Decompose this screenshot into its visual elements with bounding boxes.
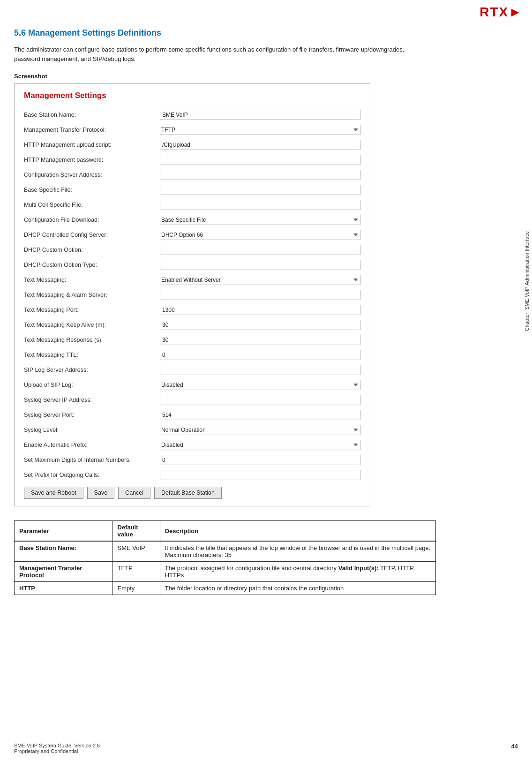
form-row-15: Text Messaging Response (s): xyxy=(24,334,360,346)
form-row-1: Management Transfer Protocol:TFTPHTTPHTT… xyxy=(24,124,360,136)
field-input-19[interactable] xyxy=(160,395,360,405)
form-row-21: Syslog Level:Normal OperationDebugVerbos… xyxy=(24,424,360,436)
field-select-8[interactable]: DHCP Option 66Disabled xyxy=(160,230,360,240)
form-row-2: HTTP Management upload script: xyxy=(24,139,360,151)
cell-desc-2: The folder location or directory path th… xyxy=(160,582,435,595)
save-button[interactable]: Save xyxy=(87,487,115,499)
field-input-5[interactable] xyxy=(160,185,360,195)
main-content: 5.6 Management Settings Definitions The … xyxy=(0,0,445,604)
field-label-19: Syslog Server IP Address: xyxy=(24,397,160,403)
form-row-9: DHCP Custom Option: xyxy=(24,244,360,256)
logo-area: RTX► xyxy=(480,5,523,20)
intro-text: The administrator can configure base sta… xyxy=(14,45,431,63)
cell-default-2: Empty xyxy=(112,582,160,595)
table-body: Base Station Name:SME VoIPIt indicates t… xyxy=(15,541,436,595)
parameter-table-section: Parameter Default value Description Base… xyxy=(14,520,436,595)
field-label-0: Base Station Name: xyxy=(24,112,160,118)
field-input-6[interactable] xyxy=(160,200,360,210)
field-input-24[interactable] xyxy=(160,470,360,480)
footer-left: SME VoIP System Guide, Version 2.6 Propr… xyxy=(14,743,100,754)
field-label-18: Upload of SIP Log: xyxy=(24,382,160,388)
cell-desc-1: The protocol assigned for configuration … xyxy=(160,562,435,582)
field-input-10[interactable] xyxy=(160,260,360,270)
table-row-1: Management Transfer ProtocolTFTPThe prot… xyxy=(15,562,436,582)
form-row-6: Multi Cell Specific File: xyxy=(24,199,360,211)
field-label-8: DHCP Controlled Config Server: xyxy=(24,232,160,238)
field-select-7[interactable]: Base Specific FileMulti Cell Specific Fi… xyxy=(160,215,360,225)
form-row-13: Text Messaging Port: xyxy=(24,304,360,316)
default-base-station-button[interactable]: Default Base Station xyxy=(154,487,222,499)
form-row-20: Syslog Server Port: xyxy=(24,409,360,421)
field-select-22[interactable]: DisabledEnabled xyxy=(160,440,360,450)
field-input-3[interactable] xyxy=(160,155,360,165)
footer-line2: Proprietary and Confidential xyxy=(14,748,100,754)
form-rows: Base Station Name:Management Transfer Pr… xyxy=(24,109,360,481)
field-label-15: Text Messaging Response (s): xyxy=(24,337,160,343)
cancel-button[interactable]: Cancel xyxy=(118,487,150,499)
form-row-14: Text Messaging Keep Alive (m): xyxy=(24,319,360,331)
cell-default-1: TFTP xyxy=(112,562,160,582)
form-row-23: Set Maximum Digits of Internal Numbers: xyxy=(24,454,360,466)
button-row: Save and Reboot Save Cancel Default Base… xyxy=(24,487,360,499)
field-input-17[interactable] xyxy=(160,365,360,375)
rtx-logo: RTX► xyxy=(480,5,523,19)
management-settings-panel: Management Settings Base Station Name:Ma… xyxy=(14,83,370,506)
field-input-2[interactable] xyxy=(160,140,360,150)
field-input-16[interactable] xyxy=(160,350,360,360)
field-label-13: Text Messaging Port: xyxy=(24,307,160,313)
field-input-12[interactable] xyxy=(160,290,360,300)
field-label-20: Syslog Server Port: xyxy=(24,412,160,418)
field-input-20[interactable] xyxy=(160,410,360,420)
field-label-5: Base Specific File: xyxy=(24,187,160,193)
field-label-7: Configuration File Download: xyxy=(24,217,160,223)
section-title: 5.6 Management Settings Definitions xyxy=(14,28,431,38)
cell-desc-0: It indicates the title that appears at t… xyxy=(160,541,435,562)
form-row-10: DHCP Custom Option Type: xyxy=(24,259,360,271)
form-row-0: Base Station Name: xyxy=(24,109,360,121)
cell-param-0: Base Station Name: xyxy=(15,541,113,562)
save-reboot-button[interactable]: Save and Reboot xyxy=(24,487,83,499)
table-row-2: HTTPEmptyThe folder location or director… xyxy=(15,582,436,595)
field-select-18[interactable]: DisabledEnabled xyxy=(160,380,360,390)
form-row-19: Syslog Server IP Address: xyxy=(24,394,360,406)
field-input-9[interactable] xyxy=(160,245,360,255)
field-input-4[interactable] xyxy=(160,170,360,180)
field-label-24: Set Prefix for Outgoing Calls: xyxy=(24,472,160,478)
field-label-2: HTTP Management upload script: xyxy=(24,142,160,148)
form-row-3: HTTP Management password: xyxy=(24,154,360,166)
field-label-1: Management Transfer Protocol: xyxy=(24,127,160,133)
screenshot-label: Screenshot xyxy=(14,73,431,80)
form-row-11: Text Messaging:Enabled Without ServerDis… xyxy=(24,274,360,286)
form-row-17: SIP Log Server Address: xyxy=(24,364,360,376)
cell-param-1: Management Transfer Protocol xyxy=(15,562,113,582)
field-input-0[interactable] xyxy=(160,110,360,120)
form-row-4: Configuration Server Address: xyxy=(24,169,360,181)
form-row-8: DHCP Controlled Config Server:DHCP Optio… xyxy=(24,229,360,241)
desc-bold-1: Valid Input(s): xyxy=(338,565,379,572)
side-label-container: Chapter: SME VoIP Administration Interfa… xyxy=(522,188,532,375)
col-header-default: Default value xyxy=(112,521,160,542)
field-label-11: Text Messaging: xyxy=(24,277,160,283)
cell-default-0: SME VoIP xyxy=(112,541,160,562)
form-row-7: Configuration File Download:Base Specifi… xyxy=(24,214,360,226)
form-row-16: Text Messaging TTL: xyxy=(24,349,360,361)
field-input-23[interactable] xyxy=(160,455,360,465)
field-label-16: Text Messaging TTL: xyxy=(24,352,160,358)
field-select-11[interactable]: Enabled Without ServerDisabledEnabled xyxy=(160,275,360,285)
field-label-14: Text Messaging Keep Alive (m): xyxy=(24,322,160,328)
field-select-21[interactable]: Normal OperationDebugVerbose xyxy=(160,425,360,435)
field-label-21: Syslog Level: xyxy=(24,427,160,433)
chapter-label: Chapter: SME VoIP Administration Interfa… xyxy=(524,231,530,331)
field-label-10: DHCP Custom Option Type: xyxy=(24,262,160,268)
field-input-15[interactable] xyxy=(160,335,360,345)
table-row-0: Base Station Name:SME VoIPIt indicates t… xyxy=(15,541,436,562)
field-input-13[interactable] xyxy=(160,305,360,315)
field-label-9: DHCP Custom Option: xyxy=(24,247,160,253)
field-label-3: HTTP Management password: xyxy=(24,157,160,163)
field-select-1[interactable]: TFTPHTTPHTTPs xyxy=(160,125,360,135)
field-label-6: Multi Cell Specific File: xyxy=(24,202,160,208)
panel-title: Management Settings xyxy=(24,91,360,100)
form-row-5: Base Specific File: xyxy=(24,184,360,196)
form-row-22: Enable Automatic Prefix:DisabledEnabled xyxy=(24,439,360,451)
field-input-14[interactable] xyxy=(160,320,360,330)
